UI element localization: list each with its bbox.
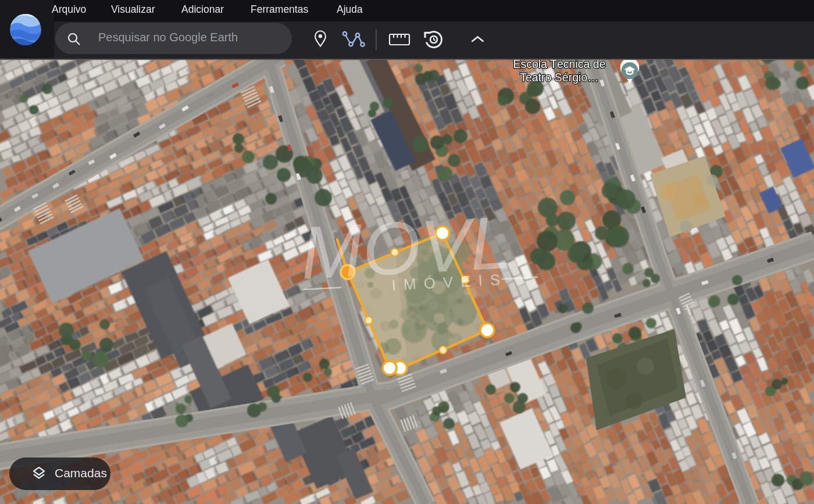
- svg-text:Teatro Sérgio…: Teatro Sérgio…: [520, 71, 598, 84]
- svg-text:Escola Técnica de: Escola Técnica de: [513, 60, 606, 70]
